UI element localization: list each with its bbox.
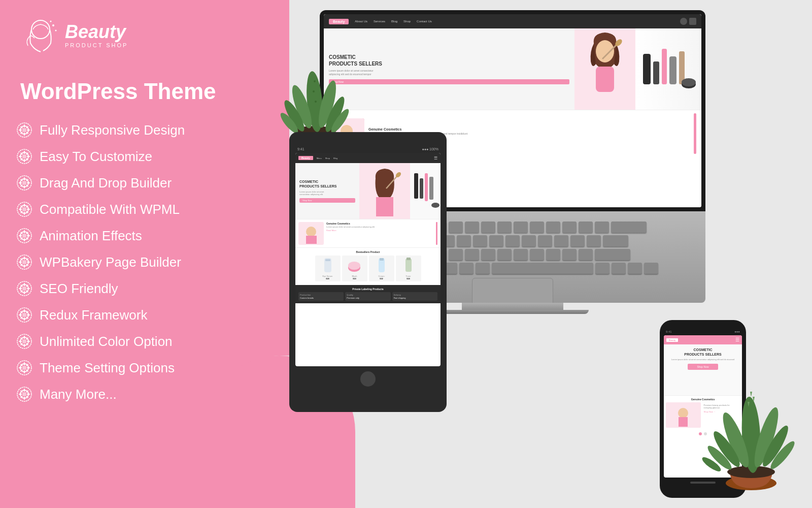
svg-point-30 <box>22 339 26 343</box>
svg-rect-84 <box>405 259 412 272</box>
feature-label: Many More... <box>40 387 117 402</box>
tablet-mockup: 9:41 ●●● 100% Beauty Menu Shop Blog ☰ <box>289 132 447 412</box>
svg-point-1 <box>52 24 54 26</box>
feature-item: Drag And Drop Builder <box>15 170 185 196</box>
feature-label: Redux Framework <box>40 307 147 323</box>
svg-point-81 <box>348 262 360 270</box>
brand-subtext: PRODUCT SHOP <box>65 42 128 48</box>
svg-point-6 <box>22 128 26 132</box>
svg-rect-70 <box>414 173 418 199</box>
tablet-frame: 9:41 ●●● 100% Beauty Menu Shop Blog ☰ <box>289 132 447 412</box>
svg-point-2 <box>55 30 57 31</box>
svg-point-76 <box>306 227 316 237</box>
svg-point-36 <box>22 392 26 396</box>
feature-label: SEO Friendly <box>40 281 118 297</box>
feature-item: WPBakery Page Builder <box>15 249 185 275</box>
svg-point-9 <box>22 154 26 158</box>
feature-icon <box>15 359 33 377</box>
svg-point-33 <box>22 366 26 370</box>
svg-rect-52 <box>596 67 614 92</box>
theme-title: WordPress Theme <box>20 79 216 104</box>
feature-item: SEO Friendly <box>15 275 185 302</box>
feature-icon <box>15 174 33 192</box>
svg-point-21 <box>22 260 26 264</box>
laptop-stand <box>462 303 563 310</box>
svg-rect-79 <box>325 259 330 261</box>
svg-rect-56 <box>653 61 659 84</box>
svg-rect-72 <box>425 173 428 201</box>
feature-item: Many More... <box>15 381 185 407</box>
svg-point-3 <box>50 21 52 22</box>
devices-container: Beauty About Us Services Blog Shop Conta… <box>279 0 812 508</box>
svg-point-15 <box>22 207 26 211</box>
feature-label: Theme Setting Options <box>40 360 175 376</box>
feature-icon <box>15 385 33 403</box>
feature-label: WPBakery Page Builder <box>40 255 181 270</box>
logo-icon <box>20 15 61 56</box>
svg-point-0 <box>31 20 50 39</box>
svg-point-48 <box>315 101 317 103</box>
feature-icon <box>15 253 33 271</box>
brand-name: Beauty <box>65 23 128 41</box>
svg-point-61 <box>682 78 696 86</box>
tablet-home-button <box>360 371 376 387</box>
svg-point-46 <box>314 80 316 82</box>
feature-item: Redux Framework <box>15 302 185 328</box>
feature-icon <box>15 227 33 245</box>
feature-icon <box>15 306 33 324</box>
feature-item: Unlimited Color Option <box>15 328 185 355</box>
logo-area: Beauty PRODUCT SHOP <box>20 15 128 56</box>
feature-item: Fully Responsive Design <box>15 117 185 143</box>
svg-point-86 <box>678 408 688 418</box>
svg-point-27 <box>22 313 26 317</box>
svg-point-74 <box>431 203 439 208</box>
svg-point-51 <box>596 40 614 62</box>
svg-rect-85 <box>407 258 411 260</box>
laptop-foot <box>436 310 589 314</box>
svg-point-24 <box>22 287 26 291</box>
feature-icon <box>15 200 33 218</box>
plant-bottom-right <box>700 379 802 493</box>
feature-icon <box>15 279 33 298</box>
svg-rect-58 <box>669 56 676 84</box>
feature-label: Unlimited Color Option <box>40 334 173 350</box>
svg-rect-77 <box>306 236 317 244</box>
feature-icon <box>15 332 33 351</box>
feature-label: Drag And Drop Builder <box>40 175 172 191</box>
svg-rect-83 <box>380 258 384 261</box>
svg-rect-67 <box>376 197 393 216</box>
feature-label: Animation Effects <box>40 228 142 244</box>
svg-point-12 <box>22 181 26 185</box>
feature-label: Easy To Customize <box>40 149 152 165</box>
svg-rect-73 <box>429 177 433 200</box>
feature-label: Compatible With WPML <box>40 202 180 217</box>
feature-item: Theme Setting Options <box>15 355 185 381</box>
feature-item: Easy To Customize <box>15 143 185 170</box>
tablet-screen-inner: Beauty Menu Shop Blog ☰ COSMETICPRODUCTS… <box>295 153 441 366</box>
svg-point-47 <box>313 90 315 92</box>
feature-item: Compatible With WPML <box>15 196 185 223</box>
feature-icon <box>15 147 33 166</box>
features-list: Fully Responsive Design Easy To Customiz… <box>15 117 185 407</box>
svg-rect-55 <box>643 54 651 84</box>
feature-item: Animation Effects <box>15 223 185 249</box>
feature-icon <box>15 121 33 139</box>
feature-label: Fully Responsive Design <box>40 122 185 138</box>
svg-rect-71 <box>420 178 423 199</box>
svg-rect-57 <box>662 49 667 84</box>
svg-point-18 <box>22 234 26 238</box>
svg-rect-87 <box>679 417 688 427</box>
